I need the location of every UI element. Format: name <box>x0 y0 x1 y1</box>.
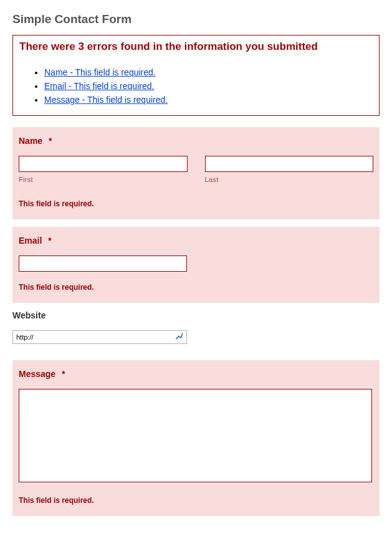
last-name-sublabel: Last <box>205 176 374 183</box>
email-label-text: Email <box>19 236 42 246</box>
email-input-wrap <box>19 255 187 272</box>
email-input[interactable] <box>19 255 187 272</box>
website-input-wrap <box>12 330 187 344</box>
required-mark: * <box>48 236 51 246</box>
message-textarea[interactable] <box>19 389 372 482</box>
error-summary-item: Message - This field is required. <box>44 93 373 107</box>
last-name-input[interactable] <box>205 156 374 172</box>
name-label-text: Name <box>19 136 42 146</box>
message-error-message: This field is required. <box>19 496 373 505</box>
name-field-section: Name * First Last This field is required… <box>12 127 380 219</box>
message-textarea-wrap <box>19 389 372 485</box>
email-error-message: This field is required. <box>19 283 373 292</box>
error-link-email[interactable]: Email - This field is required. <box>44 81 154 91</box>
error-link-message[interactable]: Message - This field is required. <box>44 95 168 105</box>
error-summary-item: Name - This field is required. <box>44 65 373 79</box>
message-field-section: Message * This field is required. <box>12 360 380 516</box>
error-summary-item: Email - This field is required. <box>44 79 373 93</box>
last-name-col: Last <box>205 156 374 183</box>
website-input[interactable] <box>12 330 187 344</box>
required-mark: * <box>62 369 65 379</box>
email-label: Email * <box>19 236 373 246</box>
error-summary-heading: There were 3 errors found in the informa… <box>19 41 373 53</box>
website-label: Website <box>12 310 380 320</box>
page-title: Simple Contact Form <box>12 12 380 26</box>
required-mark: * <box>49 136 52 146</box>
message-label-text: Message <box>19 369 55 379</box>
name-row: First Last <box>19 156 373 183</box>
first-name-col: First <box>19 156 188 183</box>
name-label: Name * <box>19 136 373 146</box>
website-label-text: Website <box>12 310 45 320</box>
email-field-section: Email * This field is required. <box>12 227 380 303</box>
website-field-section: Website <box>12 310 380 353</box>
message-label: Message * <box>19 369 373 379</box>
first-name-input[interactable] <box>19 156 188 172</box>
error-summary-list: Name - This field is required. Email - T… <box>19 65 373 107</box>
name-error-message: This field is required. <box>19 199 373 208</box>
error-summary-box: There were 3 errors found in the informa… <box>12 35 380 116</box>
first-name-sublabel: First <box>19 176 188 183</box>
error-link-name[interactable]: Name - This field is required. <box>44 67 156 77</box>
